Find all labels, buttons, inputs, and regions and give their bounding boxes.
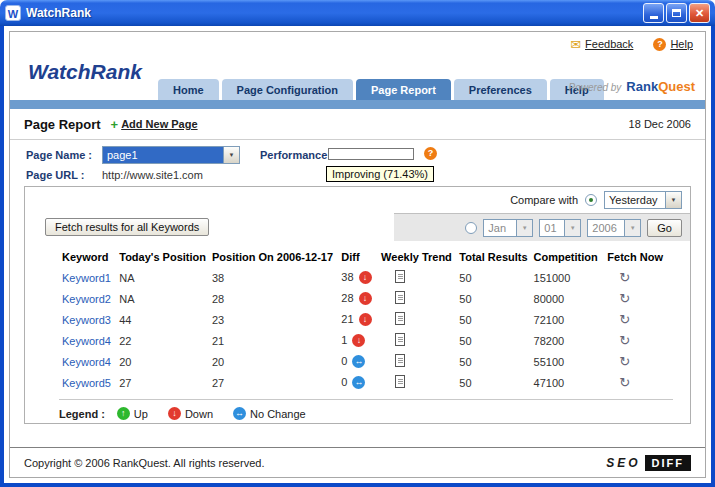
competition-cell: 72100 — [531, 309, 605, 330]
dropdown-arrow-icon: ▼ — [564, 220, 580, 236]
feedback-link[interactable]: ✉ Feedback — [570, 37, 633, 52]
column-header-total-results: Total Results — [456, 247, 530, 267]
trend-icon — [359, 292, 372, 305]
weekly-trend-icon[interactable] — [395, 270, 405, 283]
legend-up-label: Up — [134, 408, 148, 420]
down-icon — [168, 407, 181, 420]
up-icon — [117, 407, 130, 420]
fetch-now-icon[interactable]: ↻ — [619, 333, 630, 348]
column-header-competition: Competition — [531, 247, 605, 267]
competition-cell: 80000 — [531, 288, 605, 309]
today-position-cell: 22 — [116, 330, 209, 351]
prev-position-cell: 23 — [209, 309, 338, 330]
powered-by: Powered by RankQuest — [569, 79, 695, 94]
app-content: ✉ Feedback ? Help WatchRank Home Page Co… — [9, 31, 706, 478]
trend-icon — [359, 271, 372, 284]
table-row: Keyword4 20 20 0 50 55100 ↻ — [59, 351, 666, 372]
fetch-now-icon[interactable]: ↻ — [619, 354, 630, 369]
tab-page-configuration[interactable]: Page Configuration — [222, 79, 353, 100]
fetch-now-icon[interactable]: ↻ — [619, 375, 630, 390]
help-icon: ? — [653, 38, 666, 51]
compare-date-radio[interactable] — [465, 222, 477, 234]
fetch-now-icon[interactable]: ↻ — [619, 270, 630, 285]
results-panel: Compare with Yesterday ▼ Fetch results f… — [24, 186, 691, 424]
diff-cell: 38 — [338, 267, 378, 288]
maximize-button[interactable] — [666, 3, 687, 23]
window-title: WatchRank — [26, 6, 643, 20]
tab-page-report[interactable]: Page Report — [356, 79, 451, 100]
close-button[interactable]: ✕ — [689, 3, 710, 23]
total-results-cell: 50 — [456, 372, 530, 393]
competition-cell: 151000 — [531, 267, 605, 288]
performance-bar — [328, 148, 414, 160]
prev-position-cell: 20 — [209, 351, 338, 372]
performance-tooltip: Improving (71.43%) — [326, 166, 434, 182]
weekly-trend-icon[interactable] — [395, 312, 405, 325]
add-icon: + — [111, 117, 119, 132]
month-select[interactable]: Jan ▼ — [483, 219, 533, 237]
trend-icon — [352, 376, 365, 389]
diff-value: 38 — [341, 271, 353, 283]
app-icon: W — [5, 5, 21, 21]
fetch-now-icon[interactable]: ↻ — [619, 312, 630, 327]
year-value: 2006 — [588, 220, 624, 236]
legend-no-change-label: No Change — [250, 408, 306, 420]
weekly-trend-icon[interactable] — [395, 333, 405, 346]
performance-help-icon[interactable]: ? — [424, 147, 437, 160]
go-button[interactable]: Go — [647, 219, 682, 237]
page-url-label: Page URL : — [26, 169, 84, 181]
minimize-button[interactable] — [643, 3, 664, 23]
keyword-link[interactable]: Keyword3 — [62, 314, 111, 326]
tab-preferences[interactable]: Preferences — [454, 79, 547, 100]
day-select[interactable]: 01 ▼ — [539, 219, 581, 237]
fetch-all-button[interactable]: Fetch results for all Keywords — [45, 218, 209, 236]
page-name-select[interactable]: page1 ▼ — [102, 146, 240, 164]
accent-bar — [10, 100, 705, 109]
keyword-link[interactable]: Keyword4 — [62, 335, 111, 347]
legend-up: Up — [117, 407, 148, 420]
competition-cell: 78200 — [531, 330, 605, 351]
legend-down: Down — [168, 407, 213, 420]
weekly-trend-icon[interactable] — [395, 354, 405, 367]
prev-position-cell: 28 — [209, 288, 338, 309]
help-link[interactable]: ? Help — [653, 38, 693, 51]
year-select[interactable]: 2006 ▼ — [587, 219, 641, 237]
diff-cell: 0 — [338, 351, 378, 372]
form-area: Page Name : page1 ▼ Performance - ? Impr… — [10, 140, 705, 186]
column-header-diff: Diff — [338, 247, 378, 267]
add-new-page-link[interactable]: + Add New Page — [111, 117, 198, 132]
trend-icon — [352, 355, 365, 368]
keyword-link[interactable]: Keyword5 — [62, 377, 111, 389]
total-results-cell: 50 — [456, 309, 530, 330]
today-position-cell: 44 — [116, 309, 209, 330]
performance-label: Performance - — [260, 149, 334, 161]
tab-home[interactable]: Home — [158, 79, 219, 100]
compare-select[interactable]: Yesterday ▼ — [604, 191, 682, 209]
keyword-link[interactable]: Keyword1 — [62, 272, 111, 284]
total-results-cell: 50 — [456, 288, 530, 309]
weekly-trend-icon[interactable] — [395, 375, 405, 388]
diff-cell: 28 — [338, 288, 378, 309]
total-results-cell: 50 — [456, 267, 530, 288]
legend-label: Legend : — [59, 408, 105, 420]
column-header-fetch-now: Fetch Now — [604, 247, 666, 267]
table-row: Keyword4 22 21 1 50 78200 ↻ — [59, 330, 666, 351]
fetch-now-icon[interactable]: ↻ — [619, 291, 630, 306]
seodiff-logo: SEO DIFF — [606, 455, 691, 471]
keyword-link[interactable]: Keyword2 — [62, 293, 111, 305]
compare-value: Yesterday — [605, 192, 665, 208]
compare-yesterday-radio[interactable] — [585, 194, 597, 206]
titlebar[interactable]: W WatchRank ✕ — [0, 0, 715, 26]
page-name-value: page1 — [103, 147, 223, 163]
keyword-link[interactable]: Keyword4 — [62, 356, 111, 368]
date-compare-band: Jan ▼ 01 ▼ 2006 ▼ Go — [394, 213, 690, 241]
column-header-position-on: Position On 2006-12-17 — [209, 247, 338, 267]
column-header-weekly-trend: Weekly Trend — [378, 247, 456, 267]
weekly-trend-icon[interactable] — [395, 291, 405, 304]
prev-position-cell: 27 — [209, 372, 338, 393]
today-position-cell: 27 — [116, 372, 209, 393]
maximize-icon — [672, 9, 681, 17]
page-url-value: http://www.site1.com — [102, 169, 203, 181]
dropdown-arrow-icon: ▼ — [624, 220, 640, 236]
compare-row: Compare with Yesterday ▼ — [25, 187, 690, 213]
